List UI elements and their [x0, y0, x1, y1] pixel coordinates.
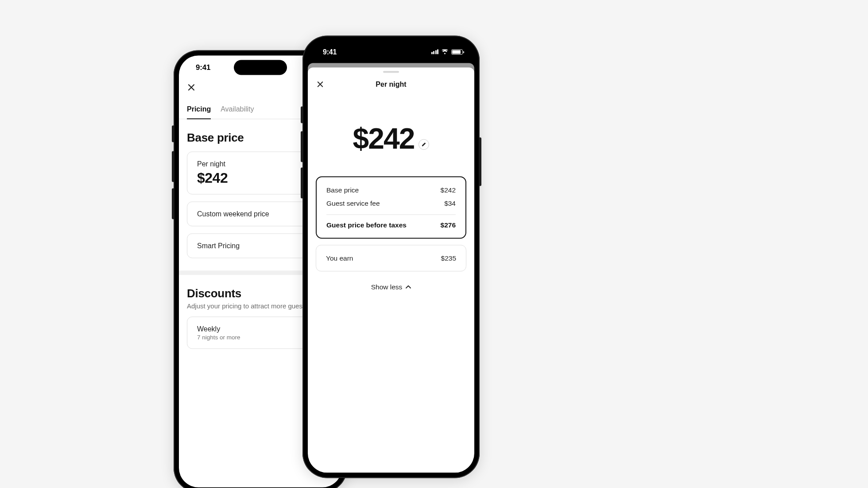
chevron-up-icon: [406, 285, 411, 288]
price-breakdown-box: Base price $242 Guest service fee $34 Gu…: [316, 176, 466, 238]
phone-side-button: [172, 188, 174, 219]
phone-side-button: [172, 151, 174, 182]
tab-availability[interactable]: Availability: [221, 105, 254, 119]
base-price-label: Base price: [326, 186, 359, 194]
status-indicators: [431, 49, 463, 54]
service-fee-label: Guest service fee: [326, 199, 380, 207]
you-earn-label: You earn: [326, 254, 353, 262]
you-earn-row: You earn $235: [326, 254, 456, 262]
bottom-sheet: Per night $242 Base price $242: [308, 67, 474, 473]
edit-price-button[interactable]: [418, 139, 429, 150]
service-fee-value: $34: [444, 199, 456, 207]
show-less-toggle[interactable]: Show less: [308, 283, 474, 291]
phone-frame-front: 9:41 Per night: [302, 35, 480, 478]
hero-price: $242: [353, 121, 415, 155]
breakdown-row-base: Base price $242: [326, 186, 456, 194]
you-earn-box: You earn $235: [316, 245, 466, 271]
wifi-icon: [441, 49, 449, 54]
phone-side-button: [301, 106, 303, 123]
phone-side-button: [301, 131, 303, 162]
close-icon[interactable]: [316, 80, 325, 88]
breakdown-divider: [326, 214, 456, 215]
sheet-title: Per night: [308, 80, 474, 88]
status-time: 9:41: [323, 48, 337, 56]
breakdown-row-service: Guest service fee $34: [326, 199, 456, 207]
guest-price-label: Guest price before taxes: [326, 221, 407, 229]
base-price-value: $242: [441, 186, 456, 194]
show-less-label: Show less: [371, 283, 403, 291]
status-time: 9:41: [196, 63, 210, 72]
you-earn-value: $235: [441, 254, 456, 262]
phone-side-button: [172, 125, 174, 142]
pencil-icon: [422, 142, 426, 147]
tab-pricing[interactable]: Pricing: [187, 105, 211, 119]
guest-price-value: $276: [441, 221, 456, 229]
status-bar: 9:41: [308, 41, 474, 63]
breakdown-row-total: Guest price before taxes $276: [326, 221, 456, 229]
phone-side-button: [479, 137, 481, 186]
cellular-icon: [431, 50, 439, 54]
phone-side-button: [301, 167, 303, 198]
close-icon[interactable]: [187, 83, 196, 92]
dynamic-island: [234, 60, 287, 75]
battery-icon: [451, 49, 463, 54]
